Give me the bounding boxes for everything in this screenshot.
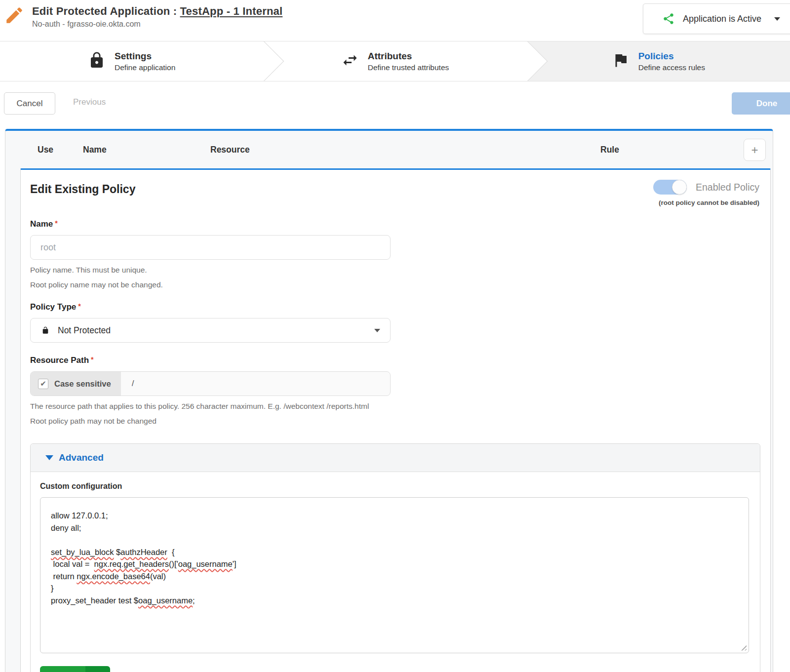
tab-attributes-label: Attributes bbox=[368, 51, 449, 62]
unlock-icon bbox=[41, 326, 49, 334]
resource-path-help-2: Root policy path may not be changed bbox=[30, 417, 759, 426]
advanced-section: Advanced Custom configuration allow 127.… bbox=[30, 443, 760, 672]
page-title-prefix: Edit Protected Application : bbox=[32, 5, 180, 17]
enabled-policy-toggle[interactable] bbox=[653, 180, 687, 195]
check-icon: ✔ bbox=[85, 666, 110, 672]
share-icon bbox=[662, 12, 675, 25]
policy-table-header: Use Name Resource Rule + bbox=[5, 131, 773, 168]
column-header-rule: Rule bbox=[600, 145, 619, 155]
form-heading: Edit Existing Policy bbox=[30, 183, 135, 196]
custom-configuration-label: Custom configuration bbox=[40, 482, 750, 491]
tab-attributes-sublabel: Define trusted attributes bbox=[368, 63, 449, 72]
enabled-policy-note: (root policy cannot be disabled) bbox=[653, 199, 759, 206]
tab-settings-label: Settings bbox=[115, 51, 175, 62]
transfer-arrows-icon bbox=[341, 51, 359, 71]
tab-settings[interactable]: Settings Define application bbox=[0, 41, 263, 81]
done-button[interactable]: Done bbox=[732, 92, 790, 115]
chevron-down-icon bbox=[774, 17, 780, 21]
tab-text: Attributes Define trusted attributes bbox=[368, 51, 449, 72]
application-active-button[interactable]: Application is Active bbox=[643, 3, 790, 34]
case-sensitive-label: Case sensitive bbox=[54, 379, 111, 389]
custom-configuration-textarea[interactable]: allow 127.0.0.1;deny all; set_by_lua_blo… bbox=[40, 497, 749, 653]
advanced-body: Custom configuration allow 127.0.0.1;den… bbox=[31, 472, 760, 672]
application-active-label: Application is Active bbox=[683, 14, 761, 24]
lock-icon bbox=[88, 51, 106, 71]
collapse-triangle-icon bbox=[45, 455, 53, 460]
tab-settings-sublabel: Define application bbox=[115, 63, 175, 72]
case-sensitive-prefix: ✔ Case sensitive bbox=[31, 372, 121, 395]
name-help-2: Root policy name may not be changed. bbox=[30, 280, 759, 289]
validate-button[interactable]: Valid ✔ bbox=[40, 666, 110, 672]
resource-path-label: Resource Path bbox=[30, 356, 759, 365]
column-header-resource: Resource bbox=[210, 145, 250, 155]
policy-name-input[interactable] bbox=[30, 235, 391, 260]
column-header-name: Name bbox=[83, 145, 107, 155]
name-help-1: Policy name. This must be unique. bbox=[30, 266, 759, 275]
chevron-down-icon bbox=[374, 329, 380, 332]
resource-path-help-1: The resource path that applies to this p… bbox=[30, 402, 759, 411]
cancel-button[interactable]: Cancel bbox=[4, 92, 55, 115]
tab-policies-sublabel: Define access rules bbox=[638, 63, 705, 72]
policy-type-value: Not Protected bbox=[58, 325, 111, 336]
wizard-tabs: Settings Define application Attributes D… bbox=[0, 41, 790, 81]
policy-type-select[interactable]: Not Protected bbox=[30, 318, 391, 343]
tab-attributes[interactable]: Attributes Define trusted attributes bbox=[263, 41, 526, 81]
valid-label: Valid bbox=[40, 666, 85, 672]
case-sensitive-checkbox[interactable]: ✔ bbox=[38, 379, 48, 389]
action-bar: Cancel Previous Done bbox=[0, 90, 790, 129]
resource-path-input[interactable] bbox=[121, 372, 390, 395]
previous-button[interactable]: Previous bbox=[73, 97, 106, 107]
name-label: Name bbox=[30, 219, 759, 229]
resource-path-group: ✔ Case sensitive bbox=[30, 371, 391, 396]
flag-icon bbox=[612, 51, 630, 71]
tab-policies[interactable]: Policies Define access rules bbox=[527, 41, 790, 81]
page-title-app-name: TestApp - 1 Internal bbox=[180, 5, 283, 17]
form-top-row: Edit Existing Policy Enabled Policy (roo… bbox=[30, 177, 759, 206]
toggle-knob bbox=[672, 180, 687, 195]
enabled-policy-block: Enabled Policy (root policy cannot be di… bbox=[653, 180, 759, 206]
textarea-resize-handle[interactable] bbox=[740, 644, 747, 651]
add-policy-button[interactable]: + bbox=[744, 139, 766, 161]
tab-text: Settings Define application bbox=[115, 51, 175, 72]
column-header-use: Use bbox=[38, 145, 53, 155]
edit-pencil-icon bbox=[4, 5, 25, 26]
page-header: Edit Protected Application : TestApp - 1… bbox=[0, 0, 790, 41]
advanced-header[interactable]: Advanced bbox=[31, 444, 760, 472]
tab-policies-label: Policies bbox=[638, 51, 705, 62]
enabled-policy-label: Enabled Policy bbox=[696, 182, 759, 193]
edit-protected-application-page: Edit Protected Application : TestApp - 1… bbox=[0, 0, 790, 672]
edit-policy-form: Edit Existing Policy Enabled Policy (roo… bbox=[20, 168, 771, 672]
policies-panel: Use Name Resource Rule + Edit Existing P… bbox=[5, 129, 773, 672]
advanced-title: Advanced bbox=[59, 452, 104, 463]
policy-type-label: Policy Type bbox=[30, 302, 759, 312]
tab-text: Policies Define access rules bbox=[638, 51, 705, 72]
